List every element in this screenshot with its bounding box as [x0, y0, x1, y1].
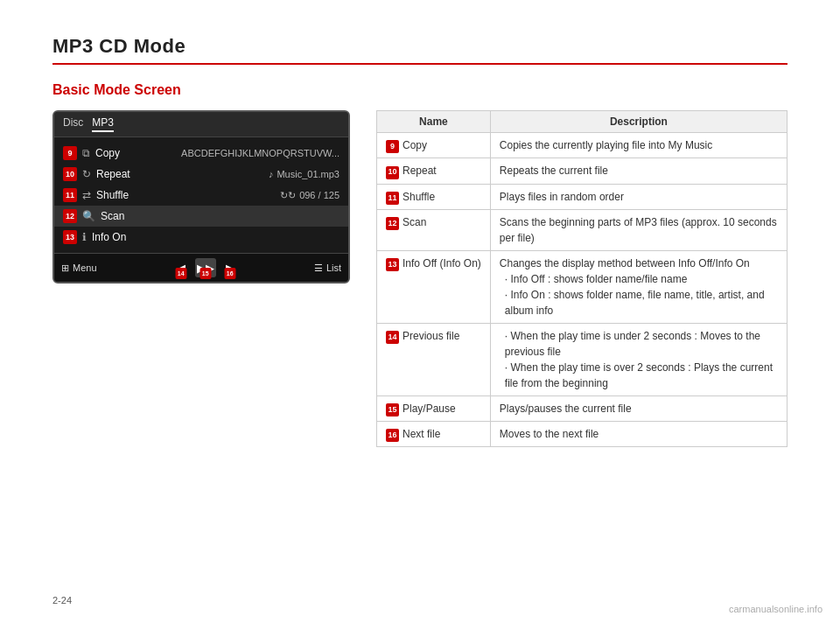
table-cell-description: Moves to the next file	[490, 422, 787, 447]
tab-disc[interactable]: Disc	[63, 116, 83, 132]
table-cell-description: Plays/pauses the current file	[490, 396, 787, 421]
track-counter: 096 / 125	[299, 190, 340, 200]
table-cell-name: 13Info Off (Info On)	[377, 250, 491, 323]
list-label: List	[326, 262, 341, 273]
menu-item-repeat: 10 ↻ Repeat ♪ Music_01.mp3	[54, 164, 348, 185]
menu-item-scan: 12 🔍 Scan	[54, 206, 348, 227]
music-note: ♪	[269, 169, 274, 179]
table-row: 15Play/PausePlays/pauses the current fil…	[377, 396, 788, 421]
repeat-icon: ↻	[82, 168, 91, 180]
page-container: MP3 CD Mode Basic Mode Screen Disc MP3 9…	[0, 0, 840, 482]
footer-list[interactable]: ☰ List	[314, 262, 341, 274]
table-cell-description: Plays files in random order	[490, 184, 787, 209]
badge-12: 12	[63, 209, 77, 223]
table-cell-name: 14Previous file	[377, 323, 491, 396]
marquee-text: ABCDEFGHIJKLMNOPQRSTUVW...	[181, 148, 340, 158]
badge-11: 11	[63, 188, 77, 202]
info-table: Name Description 9CopyCopies the current…	[376, 110, 788, 447]
menu-item-info: 13 ℹ Info On	[54, 227, 348, 248]
table-row: 11ShufflePlays files in random order	[377, 184, 788, 209]
scan-label: Scan	[101, 210, 124, 222]
menu-label: Menu	[73, 262, 97, 273]
table-row: 13Info Off (Info On)Changes the display …	[377, 250, 788, 323]
title-divider	[52, 63, 788, 65]
play-pause-btn[interactable]: ▶▶ 15	[195, 258, 216, 277]
scan-icon: 🔍	[82, 210, 95, 222]
footer-controls: ◀ 14 ▶▶ 15 ▶ 16	[171, 258, 241, 277]
page-title: MP3 CD Mode	[52, 35, 788, 58]
table-cell-name: 9Copy	[377, 133, 491, 158]
badge-13: 13	[63, 230, 77, 244]
table-cell-name: 16Next file	[377, 422, 491, 447]
bullet-item: Info On : shows folder name, file name, …	[505, 287, 778, 318]
table-cell-description: When the play time is under 2 seconds : …	[490, 323, 787, 396]
info-icon: ℹ	[82, 231, 87, 243]
table-cell-name: 15Play/Pause	[377, 396, 491, 421]
table-cell-description: Scans the beginning parts of MP3 files (…	[490, 209, 787, 250]
footer-menu[interactable]: ⊞ Menu	[61, 262, 97, 274]
row-badge: 10	[386, 166, 399, 179]
screen-mockup: Disc MP3 9 ⧉ Copy ABCDEFGHIJKLMNOPQRSTUV…	[52, 110, 350, 284]
table-row: 14Previous fileWhen the play time is und…	[377, 323, 788, 396]
menu-item-shuffle: 11 ⇄ Shuffle ↻↻ 096 / 125	[54, 185, 348, 206]
row-badge: 12	[386, 217, 399, 230]
prev-badge: 14	[175, 268, 186, 279]
badge-10: 10	[63, 167, 77, 181]
shuffle-label: Shuffle	[96, 189, 129, 201]
table-row: 10RepeatRepeats the current file	[377, 158, 788, 184]
row-badge: 16	[386, 429, 399, 442]
repeat-symbol: ↻↻	[280, 190, 296, 201]
play-badge: 15	[200, 268, 211, 279]
table-cell-description: Copies the currently playing file into M…	[490, 133, 787, 158]
page-number: 2-24	[52, 595, 72, 606]
screen-footer: ⊞ Menu ◀ 14 ▶▶ 15 ▶ 16	[54, 253, 348, 282]
marquee-track: ABCDEFGHIJKLMNOPQRSTUVW...	[181, 148, 340, 158]
table-cell-name: 11Shuffle	[377, 184, 491, 209]
next-badge: 16	[224, 268, 235, 279]
tab-mp3[interactable]: MP3	[92, 116, 114, 132]
menu-item-copy: 9 ⧉ Copy ABCDEFGHIJKLMNOPQRSTUVW...	[54, 143, 348, 164]
track-filename: Music_01.mp3	[276, 169, 340, 179]
list-icon: ☰	[314, 262, 323, 274]
screen-header: Disc MP3	[54, 112, 348, 137]
table-cell-name: 12Scan	[377, 209, 491, 250]
row-badge: 9	[386, 140, 399, 153]
table-row: 9CopyCopies the currently playing file i…	[377, 133, 788, 158]
table-cell-description: Repeats the current file	[490, 158, 787, 184]
bullet-item: When the play time is over 2 seconds : P…	[505, 360, 778, 391]
bullet-item: When the play time is under 2 seconds : …	[505, 328, 778, 360]
row-badge: 15	[386, 403, 399, 416]
row-badge: 14	[386, 331, 399, 344]
col-description: Description	[490, 111, 787, 133]
table-cell-description: Changes the display method between Info …	[490, 250, 787, 323]
track-name-info: ♪ Music_01.mp3	[269, 169, 340, 179]
table-row: 12ScanScans the beginning parts of MP3 f…	[377, 209, 788, 250]
section-title: Basic Mode Screen	[52, 82, 788, 98]
table-cell-name: 10Repeat	[377, 158, 491, 184]
repeat-label: Repeat	[96, 168, 130, 180]
table-row: 16Next fileMoves to the next file	[377, 422, 788, 447]
next-btn[interactable]: ▶ 16	[220, 258, 241, 277]
bullet-item: Info Off : shows folder name/file name	[505, 271, 778, 287]
badge-9: 9	[63, 146, 77, 160]
shuffle-icon: ⇄	[82, 189, 91, 201]
row-badge: 11	[386, 192, 399, 205]
content-row: Disc MP3 9 ⧉ Copy ABCDEFGHIJKLMNOPQRSTUV…	[52, 110, 788, 447]
row-badge: 13	[386, 258, 399, 271]
info-label: Info On	[92, 231, 126, 243]
screen-body: 9 ⧉ Copy ABCDEFGHIJKLMNOPQRSTUVW... 10 ↻…	[54, 137, 348, 253]
menu-grid-icon: ⊞	[61, 262, 69, 274]
copy-icon: ⧉	[82, 147, 90, 159]
copy-label: Copy	[95, 147, 120, 159]
watermark: carmanualsonline.info	[729, 604, 822, 614]
prev-btn[interactable]: ◀ 14	[171, 258, 192, 277]
repeat-icon-display: ↻↻ 096 / 125	[280, 190, 340, 201]
col-name: Name	[377, 111, 491, 133]
